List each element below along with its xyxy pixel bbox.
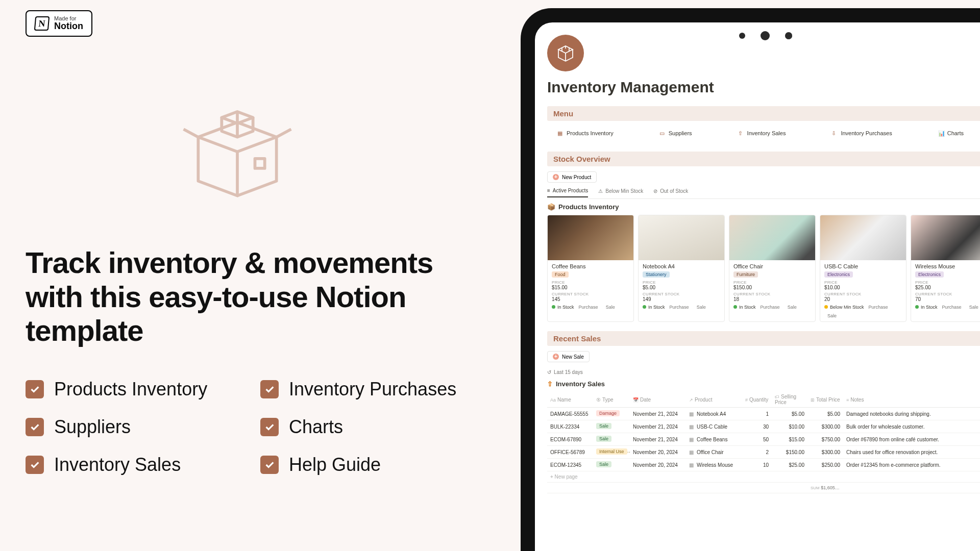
- col-total-price[interactable]: ⊞Total Price: [807, 392, 843, 408]
- promo-panel: N Made for Notion Track inventory & move…: [0, 0, 510, 551]
- cell-name: OFFICE-56789: [547, 446, 593, 459]
- page-title: Inventory Management: [547, 79, 980, 96]
- cell-total: $5.00: [807, 408, 843, 420]
- price-label: PRICE: [915, 280, 980, 285]
- menu-item-suppliers[interactable]: ▭Suppliers: [659, 130, 692, 136]
- history-icon: ↺: [547, 369, 551, 375]
- cell-price: $25.00: [772, 459, 807, 471]
- price-value: $5.00: [643, 285, 720, 290]
- tab-out-of-stock[interactable]: ⊘Out of Stock: [653, 188, 688, 197]
- purchase-link[interactable]: Purchase: [866, 304, 891, 311]
- product-card[interactable]: Coffee Beans Food PRICE $15.00 CURRENT S…: [547, 215, 634, 322]
- stock-status: In Stock: [733, 305, 756, 310]
- menu-item-products-inventory[interactable]: ▦Products Inventory: [557, 130, 614, 136]
- sale-link[interactable]: Sale: [603, 304, 618, 311]
- product-image: [639, 215, 724, 260]
- product-card[interactable]: Wireless Mouse Electronics PRICE $25.00 …: [911, 215, 980, 322]
- product-card[interactable]: Office Chair Furniture PRICE $150.00 CUR…: [729, 215, 816, 322]
- check-icon: [260, 380, 279, 398]
- tab-icon: ⊘: [653, 188, 657, 194]
- new-product-button[interactable]: + New Product: [547, 171, 597, 183]
- cell-notes: Bulk order for wholesale customer.: [843, 420, 980, 433]
- download-icon: ⇩: [831, 130, 838, 136]
- menu-item-inventory-sales[interactable]: ⇧Inventory Sales: [738, 130, 786, 136]
- product-card[interactable]: Notebook A4 Stationery PRICE $5.00 CURRE…: [638, 215, 725, 322]
- col-date[interactable]: 📅Date: [630, 392, 686, 408]
- badge-notion: Notion: [54, 21, 83, 32]
- col-quantity[interactable]: #Quantity: [742, 392, 772, 408]
- tab-active-products[interactable]: ≡Active Products: [547, 188, 588, 197]
- menu-item-charts[interactable]: 📊Charts: [938, 130, 964, 136]
- table-row[interactable]: OFFICE-56789 Internal Use November 20, 2…: [547, 446, 980, 459]
- stock-status: In Stock: [643, 305, 665, 310]
- col-name[interactable]: AaName: [547, 392, 593, 408]
- purchase-link[interactable]: Purchase: [939, 304, 965, 311]
- grid-icon: ▦: [557, 130, 564, 136]
- tab-icon: ⚠: [598, 188, 603, 194]
- cell-total: $300.00: [807, 420, 843, 433]
- sale-link[interactable]: Sale: [785, 304, 800, 311]
- feature-label: Help Guide: [289, 454, 381, 475]
- upload-icon: ⇧: [547, 380, 553, 388]
- page-icon[interactable]: [547, 35, 584, 71]
- stock-label: CURRENT STOCK: [643, 292, 720, 296]
- col-notes[interactable]: ≡Notes: [843, 392, 980, 408]
- link-icon: ▦: [689, 437, 695, 442]
- new-sale-button[interactable]: + New Sale: [547, 351, 590, 362]
- chart-icon: 📊: [938, 130, 944, 136]
- product-image: [548, 215, 633, 260]
- sale-link[interactable]: Sale: [966, 304, 980, 311]
- stock-value: 145: [552, 296, 629, 302]
- tab-below-min-stock[interactable]: ⚠Below Min Stock: [598, 188, 643, 197]
- products-db-title: 📦 Products Inventory: [547, 203, 980, 211]
- feature-item: Charts: [260, 416, 485, 438]
- table-row[interactable]: DAMAGE-55555 Damage November 21, 2024 ▦N…: [547, 408, 980, 420]
- cell-product: ▦Coffee Beans: [686, 433, 742, 446]
- cell-qty: 1: [742, 408, 772, 420]
- sale-link[interactable]: Sale: [824, 312, 840, 319]
- col-type[interactable]: ⦿Type: [593, 392, 630, 408]
- product-tabs: ≡Active Products⚠Below Min Stock⊘Out of …: [547, 187, 980, 199]
- price-value: $10.00: [824, 285, 902, 290]
- plus-icon: +: [553, 174, 559, 180]
- sale-link[interactable]: Sale: [694, 304, 709, 311]
- menu-header: Menu: [547, 106, 980, 121]
- feature-item: Inventory Sales: [26, 454, 250, 475]
- filter-last-15-days[interactable]: ↺ Last 15 days: [547, 366, 980, 376]
- cell-type: Damage: [593, 408, 630, 420]
- menu-item-inventory-purchases[interactable]: ⇩Inventory Purchases: [831, 130, 892, 136]
- feature-label: Charts: [289, 416, 343, 438]
- feature-item: Inventory Purchases: [260, 379, 485, 400]
- cell-date: November 21, 2024: [630, 408, 686, 420]
- cell-price: $150.00: [772, 446, 807, 459]
- purchase-link[interactable]: Purchase: [667, 304, 692, 311]
- stock-header: Stock Overview: [547, 152, 980, 166]
- notion-badge: N Made for Notion: [26, 10, 92, 37]
- cell-name: DAMAGE-55555: [547, 408, 593, 420]
- stock-status: Below Min Stock: [824, 305, 864, 310]
- link-icon: ▦: [689, 449, 695, 455]
- table-row[interactable]: ECOM-67890 Sale November 21, 2024 ▦Coffe…: [547, 433, 980, 446]
- purchase-link[interactable]: Purchase: [576, 304, 601, 311]
- cell-date: November 21, 2024: [630, 433, 686, 446]
- price-value: $25.00: [915, 285, 980, 290]
- feature-item: Help Guide: [260, 454, 485, 475]
- col-product[interactable]: ↗Product: [686, 392, 742, 408]
- stock-label: CURRENT STOCK: [824, 292, 902, 296]
- cell-price: $15.00: [772, 433, 807, 446]
- purchase-link[interactable]: Purchase: [757, 304, 783, 311]
- new-page-row[interactable]: + New page: [547, 471, 980, 483]
- price-value: $15.00: [552, 285, 629, 290]
- product-tag: Stationery: [643, 271, 670, 278]
- svg-rect-0: [255, 159, 264, 168]
- cell-qty: 50: [742, 433, 772, 446]
- table-row[interactable]: BULK-22334 Sale November 21, 2024 ▦USB-C…: [547, 420, 980, 433]
- notion-logo-icon: N: [34, 16, 50, 31]
- table-row[interactable]: ECOM-12345 Sale November 20, 2024 ▦Wirel…: [547, 459, 980, 471]
- product-name: Office Chair: [733, 263, 811, 269]
- feature-item: Products Inventory: [26, 379, 250, 400]
- cell-price: $5.00: [772, 408, 807, 420]
- price-label: PRICE: [552, 280, 629, 285]
- col-selling-price[interactable]: 🏷Selling Price: [772, 392, 807, 408]
- product-card[interactable]: USB-C Cable Electronics PRICE $10.00 CUR…: [820, 215, 906, 322]
